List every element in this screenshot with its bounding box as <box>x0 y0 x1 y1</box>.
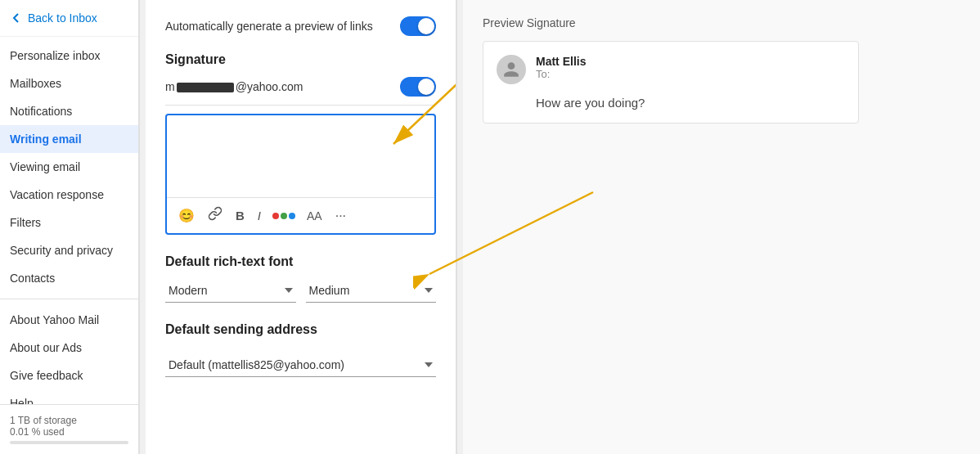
font-size-select[interactable]: Small Medium Large <box>306 279 437 303</box>
link-button[interactable] <box>206 205 224 227</box>
svg-line-3 <box>463 192 593 274</box>
color-blue[interactable] <box>289 213 295 219</box>
sidebar-item-ads[interactable]: About our Ads <box>0 334 138 362</box>
sidebar-item-contacts[interactable]: Contacts <box>0 264 138 292</box>
sig-email-mask <box>177 83 234 92</box>
signature-email-row: m@yahoo.com <box>165 77 436 106</box>
back-to-inbox[interactable]: Back to Inbox <box>0 0 138 37</box>
color-red[interactable] <box>272 213 279 219</box>
settings-scrollbar[interactable] <box>456 0 463 454</box>
sidebar-storage: 1 TB of storage 0.01 % used <box>0 404 138 454</box>
preview-sender: Matt Ellis To: <box>497 55 845 84</box>
storage-used: 0.01 % used <box>10 426 128 438</box>
preview-links-label: Automatically generate a preview of link… <box>165 20 400 33</box>
sender-info: Matt Ellis To: <box>536 55 586 80</box>
sidebar-item-filters[interactable]: Filters <box>0 209 138 236</box>
font-heading: Default rich-text font <box>165 254 436 269</box>
sidebar-item-help[interactable]: Help <box>0 389 138 404</box>
sidebar-nav: Personalize inbox Mailboxes Notification… <box>0 37 138 404</box>
preview-links-toggle[interactable] <box>400 16 436 36</box>
sidebar-divider <box>0 299 138 299</box>
back-arrow-icon <box>10 11 23 25</box>
preview-title: Preview Signature <box>483 16 960 29</box>
sidebar: Back to Inbox Personalize inbox Mailboxe… <box>0 0 139 454</box>
sidebar-item-viewing-email[interactable]: Viewing email <box>0 153 138 181</box>
sidebar-item-mailboxes[interactable]: Mailboxes <box>0 70 138 97</box>
emoji-button[interactable]: 😊 <box>177 206 196 225</box>
signature-editor[interactable]: 😊 B I AA ··· <box>165 114 436 235</box>
sidebar-item-vacation-response[interactable]: Vacation response <box>0 181 138 209</box>
signature-heading: Signature <box>165 52 436 67</box>
sidebar-item-writing-email[interactable]: Writing email <box>0 125 138 153</box>
font-row: Modern Classic Fixed Width Small Medium … <box>165 279 436 303</box>
preview-panel: Preview Signature Matt Ellis To: How are… <box>463 0 980 454</box>
sidebar-item-notifications[interactable]: Notifications <box>0 97 138 125</box>
preview-card: Matt Ellis To: How are you doing? <box>483 41 859 124</box>
storage-label: 1 TB of storage <box>10 415 128 426</box>
italic-button[interactable]: I <box>256 207 263 224</box>
signature-editor-content[interactable] <box>167 115 434 197</box>
sig-email-suffix: @yahoo.com <box>236 80 303 93</box>
sidebar-item-personalize-inbox[interactable]: Personalize inbox <box>0 42 138 70</box>
sender-name: Matt Ellis <box>536 55 586 68</box>
settings-panel: Automatically generate a preview of link… <box>146 0 456 454</box>
sender-to: To: <box>536 68 586 80</box>
sidebar-item-security-privacy[interactable]: Security and privacy <box>0 236 138 264</box>
preview-links-row: Automatically generate a preview of link… <box>165 16 436 36</box>
color-green[interactable] <box>281 213 287 219</box>
storage-bar-bg <box>10 441 128 444</box>
back-label: Back to Inbox <box>28 11 97 25</box>
sidebar-scrollbar[interactable] <box>139 0 146 454</box>
color-picker[interactable] <box>272 213 295 219</box>
more-button[interactable]: ··· <box>334 207 348 225</box>
signature-email: m@yahoo.com <box>165 80 303 93</box>
address-heading: Default sending address <box>165 322 436 337</box>
font-family-select[interactable]: Modern Classic Fixed Width <box>165 279 296 303</box>
main-content: Automatically generate a preview of link… <box>146 0 980 454</box>
signature-toggle[interactable] <box>400 77 436 97</box>
font-size-button[interactable]: AA <box>305 208 324 224</box>
annotation-arrow <box>463 184 601 290</box>
sig-email-prefix: m <box>165 80 175 93</box>
sidebar-item-about[interactable]: About Yahoo Mail <box>0 306 138 334</box>
signature-toolbar: 😊 B I AA ··· <box>167 197 434 233</box>
sidebar-item-feedback[interactable]: Give feedback <box>0 362 138 389</box>
avatar-icon <box>502 61 520 79</box>
preview-body: How are you doing? <box>497 96 845 110</box>
address-select[interactable]: Default (mattellis825@yahoo.com) <box>165 353 436 377</box>
avatar <box>497 55 526 84</box>
bold-button[interactable]: B <box>234 207 246 224</box>
